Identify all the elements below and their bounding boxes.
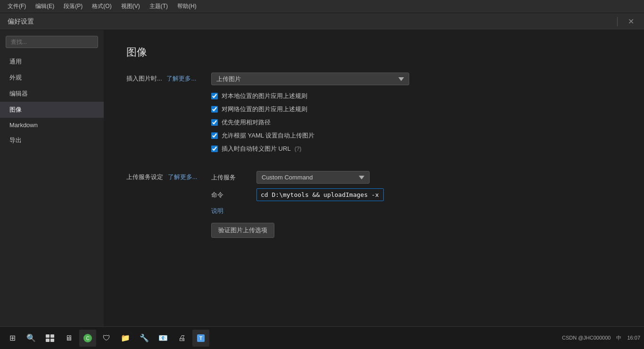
svg-rect-1	[50, 334, 54, 338]
checkbox-escape-url[interactable]	[211, 146, 218, 152]
search-button[interactable]: 🔍	[23, 330, 40, 347]
start-button[interactable]: ⊞	[4, 330, 21, 347]
app-icon-3[interactable]: 🔧	[136, 330, 153, 347]
app-icon-2[interactable]: 📁	[117, 330, 134, 347]
svg-rect-2	[46, 339, 50, 342]
menu-theme[interactable]: 主题(T)	[146, 1, 172, 11]
upload-service-learn-more-link[interactable]: 了解更多...	[168, 173, 198, 180]
verify-upload-button[interactable]: 验证图片上传选项	[211, 223, 274, 238]
insert-image-learn-more-link[interactable]: 了解更多...	[166, 75, 196, 82]
sidebar-item-appearance[interactable]: 外观	[0, 70, 104, 86]
taskbar-time: 16:07	[627, 334, 640, 341]
close-button[interactable]: ✕	[625, 16, 636, 27]
command-label: 命令	[211, 191, 249, 199]
checkbox-escape-url-label[interactable]: 插入时自动转义图片 URL	[222, 145, 291, 153]
insert-image-row: 插入图片时... 了解更多... 上传图片 复制到文件夹 无操作 对本地位置的图…	[126, 73, 621, 158]
menu-format[interactable]: 格式(O)	[88, 1, 115, 11]
menu-view[interactable]: 视图(V)	[117, 1, 144, 11]
preferences-layout: 通用 外观 编辑器 图像 Markdown 导出 图像 插入图片时... 了解更…	[0, 30, 644, 326]
upload-service-row: 上传服务设定 了解更多... 上传服务 Custom Command uPic …	[126, 171, 621, 238]
note-link[interactable]: 说明	[211, 207, 223, 214]
page-title: 图像	[126, 45, 621, 59]
sidebar-item-markdown[interactable]: Markdown	[0, 118, 104, 132]
sidebar: 通用 外观 编辑器 图像 Markdown 导出	[0, 30, 104, 326]
svg-rect-0	[46, 334, 50, 338]
menu-edit[interactable]: 编辑(E)	[32, 1, 58, 11]
command-input[interactable]	[256, 188, 384, 201]
search-input[interactable]	[6, 36, 98, 48]
taskbar-left: ⊞ 🔍 🖥 C 🛡 📁 🔧 📧 🖨 T	[4, 330, 209, 347]
content-area: 图像 插入图片时... 了解更多... 上传图片 复制到文件夹 无操作 对本地位…	[104, 30, 644, 326]
menubar: 文件(F) 编辑(E) 段落(P) 格式(O) 视图(V) 主题(T) 帮助(H…	[0, 0, 644, 13]
checkbox-row-5: 插入时自动转义图片 URL (?)	[211, 145, 621, 153]
system-tray-info: CSDN @JHC000000	[562, 335, 611, 341]
checkbox-row-4: 允许根据 YAML 设置自动上传图片	[211, 131, 621, 140]
insert-image-control: 上传图片 复制到文件夹 无操作 对本地位置的图片应用上述规则 对网络位置的图片应…	[211, 73, 621, 158]
menu-paragraph[interactable]: 段落(P)	[60, 1, 86, 11]
checkbox-yaml-upload-label[interactable]: 允许根据 YAML 设置自动上传图片	[222, 131, 314, 140]
menu-help[interactable]: 帮助(H)	[173, 1, 200, 11]
checkbox-local-rule[interactable]	[211, 93, 218, 99]
checkbox-row-3: 优先使用相对路径	[211, 118, 621, 127]
help-icon[interactable]: (?)	[295, 146, 302, 152]
taskbar-lang: 中	[616, 334, 621, 341]
upload-service-dropdown[interactable]: Custom Command uPic iPic PicGo	[256, 171, 370, 184]
taskbar-right: CSDN @JHC000000 中 16:07	[562, 334, 640, 341]
sidebar-item-image[interactable]: 图像	[0, 102, 104, 118]
dialog-title: 偏好设置	[8, 17, 34, 26]
checkbox-row-1: 对本地位置的图片应用上述规则	[211, 92, 621, 100]
taskbar: ⊞ 🔍 🖥 C 🛡 📁 🔧 📧 🖨 T	[0, 326, 644, 349]
checkbox-yaml-upload[interactable]	[211, 132, 218, 139]
menu-file[interactable]: 文件(F)	[4, 1, 30, 11]
service-label: 上传服务	[211, 173, 249, 182]
checkbox-network-rule-label[interactable]: 对网络位置的图片应用上述规则	[222, 105, 307, 114]
sidebar-item-export[interactable]: 导出	[0, 132, 104, 148]
sidebar-item-editor[interactable]: 编辑器	[0, 86, 104, 102]
checkbox-relative-path-label[interactable]: 优先使用相对路径	[222, 118, 271, 127]
checkbox-local-rule-label[interactable]: 对本地位置的图片应用上述规则	[222, 92, 307, 100]
sidebar-item-general[interactable]: 通用	[0, 54, 104, 70]
svg-rect-3	[50, 339, 54, 342]
app-icon-typora[interactable]: T	[192, 330, 209, 347]
browser-icon[interactable]: C	[79, 330, 96, 347]
app-icon-5[interactable]: 🖨	[173, 330, 190, 347]
monitor-icon[interactable]: 🖥	[60, 330, 77, 347]
insert-image-dropdown[interactable]: 上传图片 复制到文件夹 无操作	[211, 73, 409, 85]
svg-text:T: T	[199, 336, 202, 341]
titlebar-divider	[617, 17, 618, 26]
checkbox-network-rule[interactable]	[211, 106, 218, 113]
upload-service-control: 上传服务 Custom Command uPic iPic PicGo 命令 说…	[211, 171, 621, 238]
app-icon-1[interactable]: 🛡	[98, 330, 115, 347]
checkbox-relative-path[interactable]	[211, 119, 218, 126]
svg-text:C: C	[86, 336, 89, 341]
checkbox-row-2: 对网络位置的图片应用上述规则	[211, 105, 621, 114]
task-view-button[interactable]	[41, 330, 58, 347]
app-icon-4[interactable]: 📧	[155, 330, 172, 347]
titlebar: 偏好设置 ✕	[0, 13, 644, 30]
insert-image-label: 插入图片时... 了解更多...	[126, 73, 211, 83]
upload-service-section-label: 上传服务设定 了解更多...	[126, 171, 211, 181]
